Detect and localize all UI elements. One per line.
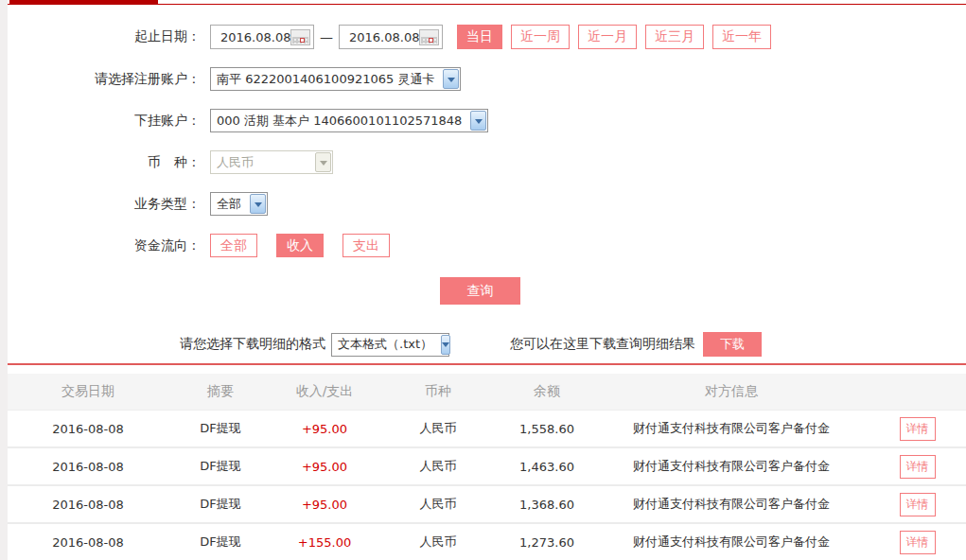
cell-amount: +95.00 <box>272 498 377 512</box>
cell-summary: DF提现 <box>168 458 272 475</box>
currency-select: 人民币 <box>210 150 333 174</box>
download-format-value: 文本格式（.txt） <box>332 336 440 353</box>
table-top-divider <box>8 363 966 365</box>
table-header: 交易日期 摘要 收入/支出 币种 余额 对方信息 <box>8 374 966 411</box>
fund-flow-label: 资金流向： <box>8 237 201 254</box>
currency-value: 人民币 <box>211 154 261 171</box>
cell-counterparty: 财付通支付科技有限公司客户备付金 <box>594 534 869 551</box>
header-counterparty: 对方信息 <box>594 383 869 400</box>
active-tab-indicator <box>9 0 158 5</box>
business-type-row: 业务类型： 全部 <box>8 192 966 216</box>
cell-currency: 人民币 <box>377 496 500 513</box>
quick-range-today-button[interactable]: 当日 <box>457 25 502 49</box>
cell-amount: +155.00 <box>272 535 377 550</box>
chevron-down-icon <box>315 152 331 172</box>
cell-balance: 1,273.60 <box>500 535 594 550</box>
header-balance: 余额 <box>500 383 594 400</box>
download-button[interactable]: 下载 <box>703 332 762 357</box>
cell-balance: 1,463.60 <box>500 460 594 474</box>
sub-account-select[interactable]: 000 活期 基本户 1406600101102571848 <box>210 109 488 132</box>
detail-button[interactable]: 详情 <box>900 417 936 441</box>
register-account-label: 请选择注册账户： <box>8 71 201 88</box>
query-button[interactable]: 查询 <box>440 277 520 305</box>
table-row: 2016-08-08 DF提现 +95.00 人民币 1,463.60 财付通支… <box>8 448 966 486</box>
currency-label: 币 种： <box>8 154 201 171</box>
cell-currency: 人民币 <box>377 458 500 475</box>
detail-button[interactable]: 详情 <box>900 455 936 479</box>
business-type-label: 业务类型： <box>8 196 201 213</box>
register-account-select[interactable]: 南平 6222001406100921065 灵通卡 <box>210 67 461 91</box>
start-date-input[interactable]: 2016.08.08 <box>210 25 314 49</box>
query-form: 起止日期： 2016.08.08 — 2016.08.08 <box>8 0 966 357</box>
cell-balance: 1,368.60 <box>500 498 594 512</box>
table-row: 2016-08-08 DF提现 +95.00 人民币 1,368.60 财付通支… <box>8 486 966 524</box>
download-format-select[interactable]: 文本格式（.txt） <box>331 333 449 357</box>
sub-account-value: 000 活期 基本户 1406600101102571848 <box>211 113 469 130</box>
business-type-select[interactable]: 全部 <box>210 192 268 216</box>
currency-row: 币 种： 人民币 <box>8 150 966 174</box>
quick-range-week-button[interactable]: 近一周 <box>511 25 570 49</box>
chevron-down-icon[interactable] <box>470 111 486 131</box>
cell-date: 2016-08-08 <box>8 498 168 512</box>
cell-amount: +95.00 <box>272 460 377 474</box>
cell-counterparty: 财付通支付科技有限公司客户备付金 <box>594 496 869 513</box>
cell-counterparty: 财付通支付科技有限公司客户备付金 <box>594 420 869 437</box>
detail-button[interactable]: 详情 <box>900 493 936 516</box>
register-account-value: 南平 6222001406100921065 灵通卡 <box>211 71 442 88</box>
cell-summary: DF提现 <box>168 496 272 513</box>
cell-balance: 1,558.60 <box>500 422 594 436</box>
cell-amount: +95.00 <box>272 422 377 436</box>
end-date-input[interactable]: 2016.08.08 <box>339 25 443 49</box>
cell-summary: DF提现 <box>168 420 272 437</box>
header-date: 交易日期 <box>8 383 168 400</box>
fund-flow-row: 资金流向： 全部 收入 支出 <box>8 234 966 257</box>
download-hint: 您可以在这里下载查询明细结果 <box>510 336 695 353</box>
sub-account-label: 下挂账户： <box>8 113 201 130</box>
header-in-out: 收入/支出 <box>272 383 377 400</box>
quick-range-year-button[interactable]: 近一年 <box>712 25 771 49</box>
query-panel: 起止日期： 2016.08.08 — 2016.08.08 <box>8 0 966 556</box>
end-date-value: 2016.08.08 <box>349 30 419 44</box>
header-summary: 摘要 <box>168 383 272 400</box>
date-range-label: 起止日期： <box>8 28 201 45</box>
download-row: 请您选择下载明细的格式 文本格式（.txt） 您可以在这里下载查询明细结果 下载 <box>180 332 966 357</box>
table-row: 2016-08-08 DF提现 +155.00 人民币 1,273.60 财付通… <box>8 524 966 560</box>
calendar-icon[interactable] <box>290 29 310 45</box>
detail-button[interactable]: 详情 <box>900 531 936 554</box>
cell-counterparty: 财付通支付科技有限公司客户备付金 <box>594 458 869 475</box>
download-format-label: 请您选择下载明细的格式 <box>180 336 325 353</box>
date-range-row: 起止日期： 2016.08.08 — 2016.08.08 <box>8 25 966 49</box>
fund-flow-income-button[interactable]: 收入 <box>276 234 324 257</box>
quick-range-quarter-button[interactable]: 近三月 <box>645 25 704 49</box>
sub-account-row: 下挂账户： 000 活期 基本户 1406600101102571848 <box>8 109 966 132</box>
start-date-value: 2016.08.08 <box>220 30 290 44</box>
cell-currency: 人民币 <box>377 420 500 437</box>
fund-flow-expense-button[interactable]: 支出 <box>342 234 390 257</box>
calendar-icon[interactable] <box>419 29 439 45</box>
table-row: 2016-08-08 DF提现 +95.00 人民币 1,558.60 财付通支… <box>8 411 966 448</box>
chevron-down-icon[interactable] <box>441 335 450 355</box>
cell-date: 2016-08-08 <box>8 460 168 474</box>
register-account-row: 请选择注册账户： 南平 6222001406100921065 灵通卡 <box>8 67 966 91</box>
chevron-down-icon[interactable] <box>250 194 266 214</box>
business-type-value: 全部 <box>211 196 249 213</box>
header-currency: 币种 <box>377 383 500 400</box>
fund-flow-all-button[interactable]: 全部 <box>210 234 257 257</box>
chevron-down-icon[interactable] <box>443 69 459 89</box>
cell-currency: 人民币 <box>377 534 500 551</box>
cell-date: 2016-08-08 <box>8 422 168 436</box>
cell-summary: DF提现 <box>168 534 272 551</box>
date-range-separator: — <box>320 29 333 44</box>
quick-range-month-button[interactable]: 近一月 <box>578 25 637 49</box>
cell-date: 2016-08-08 <box>8 535 168 550</box>
